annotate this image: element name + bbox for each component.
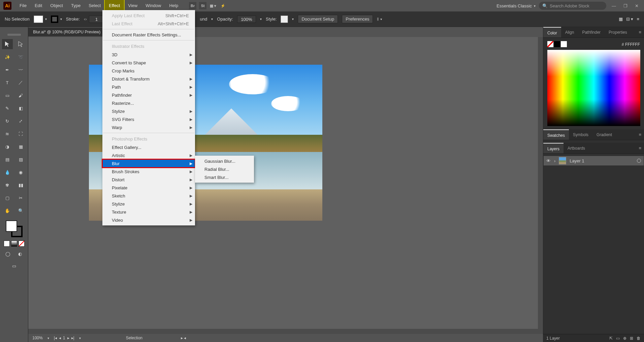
maximize-icon[interactable]: ❐ [623,3,627,8]
tab-swatches[interactable]: Swatches [543,129,569,140]
fill-color-icon[interactable] [6,220,17,232]
scroll-left-icon[interactable]: ▸ ◂ [181,336,186,340]
layer-target-icon[interactable] [637,159,641,163]
gradient-tool[interactable]: ▨ [15,154,26,164]
free-transform-tool[interactable]: ⛶ [15,129,26,139]
menu-artistic[interactable]: Artistic▶ [102,151,195,159]
grid-icon[interactable]: ▦ [619,17,623,22]
slice-tool[interactable]: ✂ [15,193,26,203]
tab-color[interactable]: Color [543,27,561,37]
menu-type[interactable]: Type [67,0,85,11]
visibility-icon[interactable]: 👁 [546,158,551,163]
menu-icon[interactable]: ≡ [637,17,639,22]
align-to-icon[interactable]: ⫴ ▾ [377,17,382,22]
menu-smart-blur-[interactable]: Smart Blur... [195,173,254,181]
tab-artboards[interactable]: Artboards [564,143,589,153]
menu-sketch[interactable]: Sketch▶ [102,192,195,200]
tab-align[interactable]: Align [561,27,578,37]
menu-pathfinder[interactable]: Pathfinder▶ [102,91,195,99]
workspace-switcher[interactable]: Essentials Classic ▾ [493,3,539,8]
none-swatch-icon[interactable] [547,41,553,47]
rotate-tool[interactable]: ↻ [2,116,13,126]
menu-object[interactable]: Object [46,0,67,11]
menu-pixelate[interactable]: Pixelate▶ [102,184,195,192]
menu-file[interactable]: File [15,0,31,11]
bridge-icon[interactable]: Br [189,2,196,9]
color-spectrum[interactable] [547,50,640,126]
menu-select[interactable]: Select [85,0,105,11]
menu-distort[interactable]: Distort▶ [102,176,195,184]
menu-warp[interactable]: Warp▶ [102,123,195,131]
chevron-down-icon[interactable]: ▾ [292,17,294,21]
menu-raster-settings[interactable]: Document Raster Effects Settings... [102,31,195,39]
chevron-down-icon[interactable]: ▾ [260,17,262,21]
menu-brush-strokes[interactable]: Brush Strokes▶ [102,167,195,176]
scale-tool[interactable]: ⤢ [15,116,26,126]
artboard-number[interactable]: 1 [63,336,65,340]
artboard-tool[interactable]: ▢ [2,193,13,203]
expand-icon[interactable]: › [554,158,555,163]
menu-gaussian-blur-[interactable]: Gaussian Blur... [195,157,254,165]
chevron-down-icon[interactable]: ▾ [60,17,62,21]
tab-gradient[interactable]: Gradient [592,129,616,140]
chevron-down-icon[interactable]: ▾ [47,336,49,340]
menu-path[interactable]: Path▶ [102,83,195,91]
caret-icon[interactable]: ‹› [84,17,87,22]
perspective-tool[interactable]: ▦ [15,142,26,152]
screen-mode-icon[interactable]: ▭ [9,261,20,271]
mesh-tool[interactable]: ▤ [2,154,13,164]
curvature-tool[interactable]: 〰 [15,65,26,75]
rectangle-tool[interactable]: ▭ [2,90,13,100]
panel-menu-icon[interactable]: ≡ [636,143,644,153]
style-swatch[interactable] [281,15,288,23]
menu-texture[interactable]: Texture▶ [102,208,195,216]
white-swatch-icon[interactable] [561,41,567,47]
menu-distort-transform[interactable]: Distort & Transform▶ [102,75,195,83]
paintbrush-tool[interactable]: 🖌 [15,90,26,100]
tab-pathfinder[interactable]: Pathfinder [578,27,605,37]
symbol-sprayer-tool[interactable]: ✾ [2,180,13,190]
fill-stroke-control[interactable] [6,220,23,237]
stroke-swatch[interactable] [51,15,58,23]
zoom-tool[interactable]: 🔍 [15,206,26,216]
tab-properties[interactable]: Properties [605,27,631,37]
first-artboard-icon[interactable]: |◂ [54,336,57,340]
locate-layer-icon[interactable]: ⇱ [609,336,613,341]
eyedropper-tool[interactable]: 💧 [2,167,13,177]
menu-crop-marks[interactable]: Crop Marks [102,67,195,75]
width-tool[interactable]: ≋ [2,129,13,139]
tab-layers[interactable]: Layers [543,143,564,153]
last-artboard-icon[interactable]: ▸| [71,336,74,340]
layer-row[interactable]: 👁 › Layer 1 [543,156,644,166]
black-swatch-icon[interactable] [554,41,560,47]
pen-tool[interactable]: ✒ [2,65,13,75]
line-tool[interactable]: ／ [15,77,26,88]
menu-3d[interactable]: 3D▶ [102,51,195,59]
tab-symbols[interactable]: Symbols [569,129,592,140]
shape-builder-tool[interactable]: ◑ [2,142,13,152]
shaper-tool[interactable]: ✎ [2,103,13,113]
lasso-tool[interactable]: ➰ [15,52,26,62]
menu-radial-blur-[interactable]: Radial Blur... [195,165,254,173]
opacity-input[interactable]: 100% [237,15,256,23]
minimize-icon[interactable]: — [612,3,616,8]
draw-behind-icon[interactable]: ◐ [15,249,26,259]
gpu-icon[interactable]: ⚡ [219,2,227,9]
hand-tool[interactable]: ✋ [2,206,13,216]
prev-artboard-icon[interactable]: ◂ [59,336,61,340]
blend-tool[interactable]: ◉ [15,167,26,177]
menu-video[interactable]: Video▶ [102,216,195,224]
menu-blur[interactable]: Blur▶ [102,159,195,167]
next-artboard-icon[interactable]: ▸ [67,336,69,340]
hex-input[interactable]: FFFFFF [625,42,640,47]
menu-effect-gallery-[interactable]: Effect Gallery... [102,143,195,151]
new-layer-icon[interactable]: ⊞ [630,336,633,341]
menu-apply-last-effect[interactable]: Apply Last EffectShift+Ctrl+E [102,11,195,20]
horizontal-scrollbar[interactable] [28,329,543,334]
chevron-down-icon[interactable]: ▾ [79,336,81,340]
menu-edit[interactable]: Edit [31,0,46,11]
gradient-mode-icon[interactable] [11,241,17,247]
menu-stylize[interactable]: Stylize▶ [102,200,195,208]
zoom-level[interactable]: 100% [32,336,43,340]
menu-last-effect[interactable]: Last EffectAlt+Shift+Ctrl+E [102,20,195,28]
